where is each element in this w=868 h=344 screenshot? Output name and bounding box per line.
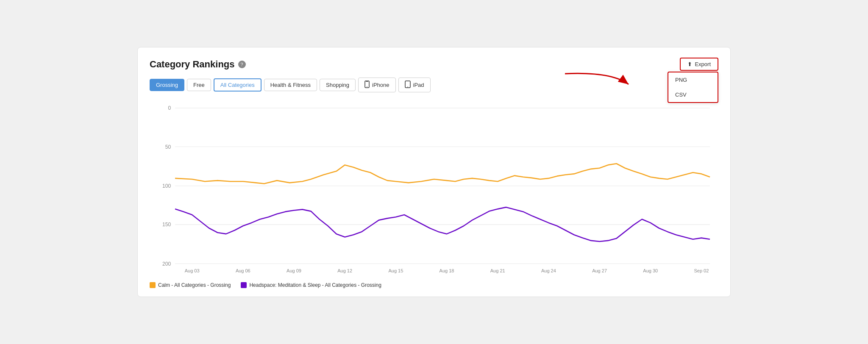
chart-container: 0 50 100 150 200 Aug 03 Aug 06 Aug 09 Au… [150, 99, 718, 277]
page-title: Category Rankings [150, 59, 235, 70]
svg-text:150: 150 [162, 222, 171, 227]
title-area: Category Rankings ? [150, 59, 246, 70]
main-card: Category Rankings ? ⬆ Export PNG CSV Gro… [137, 47, 731, 297]
svg-text:Aug 06: Aug 06 [236, 268, 250, 273]
export-button[interactable]: ⬆ Export [680, 58, 718, 71]
btn-health-fitness[interactable]: Health & Fitness [264, 79, 317, 91]
svg-text:Aug 27: Aug 27 [592, 268, 607, 273]
export-png-option[interactable]: PNG [668, 72, 718, 87]
svg-text:50: 50 [165, 144, 171, 150]
ipad-icon [405, 80, 411, 89]
legend-calm-label: Calm - All Categories - Grossing [158, 282, 231, 288]
legend-calm: Calm - All Categories - Grossing [150, 282, 231, 288]
export-upload-icon: ⬆ [687, 61, 692, 67]
export-label: Export [695, 61, 711, 67]
toolbar: Grossing Free All Categories Health & Fi… [150, 78, 718, 92]
btn-iphone[interactable]: iPhone [358, 78, 395, 92]
export-area: ⬆ Export PNG CSV [680, 58, 718, 71]
svg-text:Sep 02: Sep 02 [694, 268, 709, 273]
export-csv-option[interactable]: CSV [668, 87, 718, 102]
svg-text:Aug 24: Aug 24 [541, 268, 556, 273]
calm-line [175, 164, 710, 183]
legend: Calm - All Categories - Grossing Headspa… [150, 282, 718, 288]
svg-text:Aug 30: Aug 30 [643, 268, 658, 273]
btn-shopping[interactable]: Shopping [320, 79, 356, 91]
iphone-icon [364, 80, 370, 89]
svg-point-5 [407, 86, 408, 87]
svg-text:Aug 21: Aug 21 [490, 268, 505, 273]
legend-headspace: Headspace: Meditation & Sleep - All Cate… [241, 282, 381, 288]
btn-all-categories[interactable]: All Categories [214, 78, 262, 92]
btn-ipad[interactable]: iPad [398, 78, 431, 92]
svg-text:Aug 12: Aug 12 [337, 268, 352, 273]
btn-free[interactable]: Free [187, 79, 211, 91]
svg-point-2 [367, 86, 367, 87]
svg-text:Aug 03: Aug 03 [185, 268, 200, 273]
chart-svg: 0 50 100 150 200 Aug 03 Aug 06 Aug 09 Au… [150, 99, 718, 277]
svg-text:100: 100 [162, 183, 171, 189]
export-dropdown: PNG CSV [668, 72, 718, 103]
header-row: Category Rankings ? ⬆ Export PNG CSV [150, 58, 718, 71]
legend-calm-color [150, 282, 156, 288]
svg-text:0: 0 [168, 105, 171, 111]
svg-text:200: 200 [162, 261, 171, 266]
svg-text:Aug 18: Aug 18 [440, 268, 454, 273]
svg-text:Aug 09: Aug 09 [287, 268, 301, 273]
help-icon[interactable]: ? [238, 61, 246, 68]
legend-headspace-color [241, 282, 247, 288]
btn-grossing[interactable]: Grossing [150, 79, 184, 91]
legend-headspace-label: Headspace: Meditation & Sleep - All Cate… [249, 282, 381, 288]
svg-text:Aug 15: Aug 15 [388, 268, 403, 273]
